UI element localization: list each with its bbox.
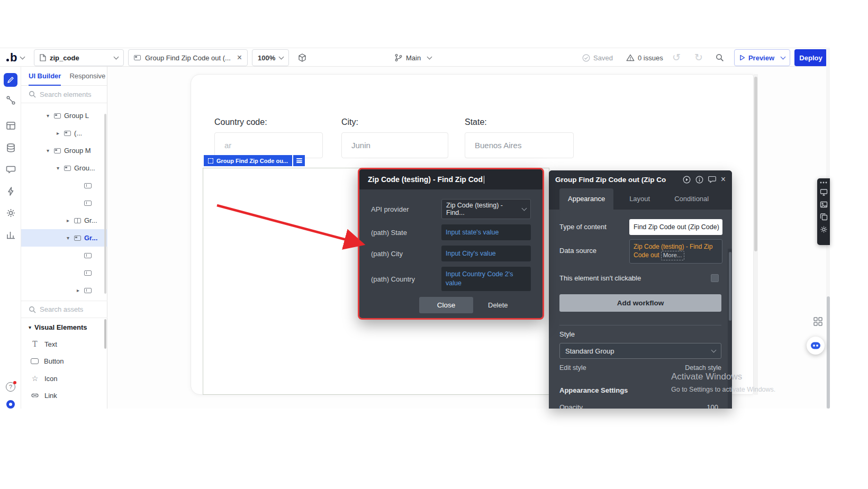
popup-field-expression[interactable]: Input Country Code 2's value [441,267,531,291]
tree-row[interactable] [21,177,107,194]
inspector-header[interactable]: Group Find Zip Code out (Zip Co × [549,170,732,188]
tree-caret-down-icon[interactable]: ▾ [57,165,64,171]
settings-button[interactable] [0,208,21,218]
close-tab-icon[interactable]: × [237,53,242,62]
inspector-tab-layout[interactable]: Layout [621,188,658,210]
image-icon[interactable] [820,201,828,208]
design-mode-button[interactable] [0,73,21,87]
component-cube-icon[interactable] [297,53,307,62]
tree-caret-down-icon[interactable]: ▾ [47,113,54,119]
window-scrollbar-thumb[interactable] [827,296,830,409]
app-selector[interactable]: zip_code [34,49,124,66]
undo-icon[interactable]: ↺ [672,51,681,64]
field-input[interactable]: Junin [341,132,448,158]
tree-caret-down-icon[interactable]: ▾ [47,148,54,153]
preview-label: Preview [748,54,774,62]
tree-caret-right-icon[interactable]: ▸ [67,218,74,223]
gear-icon[interactable] [820,225,828,233]
popup-field-expression[interactable]: Input City's value [441,246,531,261]
style-dropdown[interactable]: Standard Group [559,343,721,359]
inspector-tabs: AppearanceLayoutConditional [549,188,732,210]
tree-row[interactable] [21,194,107,212]
zoom-selector[interactable]: 100% [252,49,289,66]
search-elements-input[interactable] [40,90,98,98]
deploy-button[interactable]: Deploy [794,49,827,66]
search-icon[interactable] [716,53,724,62]
preview-button[interactable]: Preview [734,49,790,66]
style-links: Edit style Detach style [559,364,721,372]
palette-item-text[interactable]: TText [21,336,107,353]
issues-indicator[interactable]: 0 issues [626,49,663,66]
tree-row[interactable] [21,264,107,282]
tree-row-[interactable]: ▸(... [21,124,107,142]
tree-row-gr[interactable]: ▸Gr... [21,212,107,229]
open-element-tab[interactable]: Group Find Zip Code out (... × [128,49,248,66]
chat-bubble-button[interactable] [0,400,21,409]
type-of-content-input[interactable]: Find Zip Code out (Zip Code) [629,219,722,235]
comment-icon[interactable] [708,176,716,183]
help-button[interactable]: ? [0,382,21,392]
tree-caret-right-icon[interactable]: ▸ [77,287,84,293]
styles-button[interactable] [0,165,21,175]
tab-responsive[interactable]: Responsive [69,67,105,86]
data-source-chip[interactable] [293,155,305,166]
tree-row[interactable]: ▸ [21,282,107,299]
search-assets-input[interactable] [40,305,98,313]
detach-style-link[interactable]: Detach style [685,364,721,372]
visual-elements-header[interactable]: ▾ Visual Elements [21,319,107,335]
assistant-button[interactable] [807,337,825,355]
more-dots-icon[interactable] [820,182,827,184]
palette-item-icon[interactable]: ☆Icon [21,370,107,387]
tree-row-grou[interactable]: ▾Grou... [21,159,107,177]
panel-scrollbar-thumb[interactable] [104,319,106,349]
canvas-scrollbar[interactable] [754,74,758,395]
inspector-tab-appearance[interactable]: Appearance [559,188,613,210]
field-input[interactable]: Buenos Aires [465,132,574,158]
data-source-field[interactable]: Zip Code (testing) - Find Zip Code outMo… [629,239,722,264]
info-icon[interactable] [695,176,703,184]
branch-selector[interactable]: Main [394,49,431,66]
tab-ui-builder[interactable]: UI Builder [29,67,61,86]
panel-scrollbar-thumb[interactable] [104,114,106,294]
tree-row-group-l[interactable]: ▾Group L [21,107,107,124]
tree-caret-down-icon[interactable]: ▾ [67,235,74,241]
plugins-button[interactable] [0,186,21,196]
monitor-icon[interactable] [820,188,828,196]
tree-row[interactable] [21,247,107,264]
palette-item-button[interactable]: Button [21,353,107,370]
workflow-button[interactable] [0,95,21,105]
layout-button[interactable] [0,121,21,131]
bubble-logo[interactable]: b [6,49,24,66]
palette-item-link[interactable]: Link [21,387,107,405]
more-button[interactable]: More... [661,251,684,260]
canvas-scrollbar-thumb[interactable] [754,77,757,251]
redo-icon[interactable]: ↻ [694,51,703,64]
data-button[interactable] [0,143,21,153]
tree-row-group-m[interactable]: ▾Group M [21,142,107,159]
tree-row-gr[interactable]: ▾Gr... [21,229,107,247]
inspector-scrollbar-thumb[interactable] [729,252,731,321]
popup-title-bar[interactable]: Zip Code (testing) - Find Zip Cod [359,169,542,189]
delete-button[interactable]: Delete [488,301,508,309]
search-elements[interactable] [21,86,107,103]
inspector-tab-conditional[interactable]: Conditional [666,188,717,210]
logs-button[interactable] [0,230,21,240]
pencil-icon [4,73,17,87]
popup-field-expression[interactable]: Input state's value [441,224,531,240]
close-icon[interactable]: × [721,176,726,183]
grid-apps-icon[interactable] [813,317,822,326]
tree-caret-right-icon[interactable]: ▸ [57,130,64,136]
add-workflow-button[interactable]: Add workflow [559,294,721,312]
play-icon[interactable] [683,176,691,184]
clickable-checkbox[interactable] [711,274,719,282]
opacity-value[interactable]: 100 [707,403,718,409]
close-button[interactable]: Close [419,297,473,313]
text-palette-icon: T [31,340,39,348]
copy-icon[interactable] [820,213,828,221]
edit-style-link[interactable]: Edit style [559,364,586,372]
field-input[interactable]: ar [214,132,323,158]
selected-element-badge[interactable]: Group Find Zip Code ou... [204,155,305,166]
popup-field-dropdown[interactable]: Zip Code (testing) - Find... [441,199,531,219]
group-element-icon [64,131,71,136]
search-assets[interactable] [21,301,107,318]
